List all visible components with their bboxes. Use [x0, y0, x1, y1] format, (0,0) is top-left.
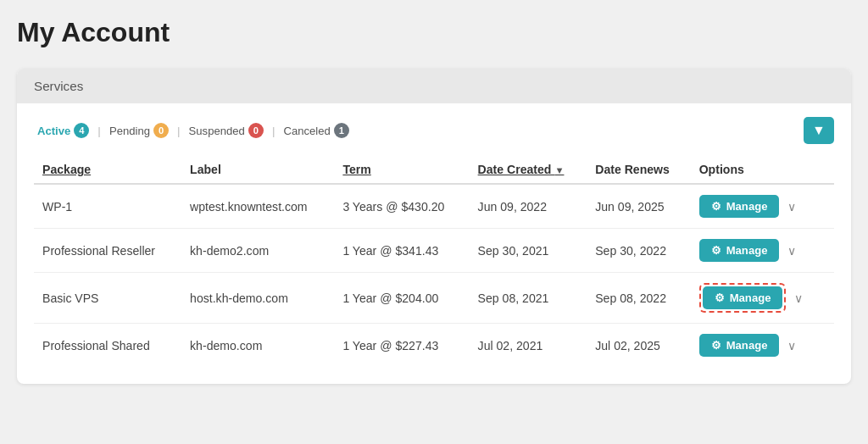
col-term[interactable]: Term: [334, 156, 469, 184]
canceled-label: Canceled: [283, 125, 330, 137]
col-package[interactable]: Package: [34, 156, 181, 184]
col-options: Options: [691, 156, 834, 184]
filter-canceled[interactable]: Canceled 1: [280, 121, 352, 140]
gear-icon: ⚙: [711, 200, 721, 213]
manage-button-0[interactable]: ⚙ Manage: [699, 195, 780, 218]
filter-pending[interactable]: Pending 0: [106, 121, 172, 140]
filter-bar: Active 4 | Pending 0 | Suspended 0 | Can…: [34, 117, 834, 144]
options-cell-2: ⚙ Manage∨: [699, 283, 826, 313]
active-label: Active: [37, 125, 70, 137]
filter-active[interactable]: Active 4: [34, 121, 92, 140]
col-date-renews: Date Renews: [587, 156, 690, 184]
cell-options-0: ⚙ Manage∨: [691, 184, 834, 229]
cell-date_renews-0: Jun 09, 2025: [587, 184, 690, 229]
col-label: Label: [181, 156, 334, 184]
cell-term-3: 1 Year @ $227.43: [334, 324, 469, 368]
cell-date_renews-2: Sep 08, 2022: [587, 273, 690, 324]
chevron-button-3[interactable]: ∨: [782, 336, 801, 356]
table-row: Professional Resellerkh-demo2.com1 Year …: [34, 229, 834, 273]
filter-suspended[interactable]: Suspended 0: [186, 121, 267, 140]
sep-1: |: [97, 125, 101, 137]
options-cell-3: ⚙ Manage∨: [699, 334, 826, 357]
filter-tabs: Active 4 | Pending 0 | Suspended 0 | Can…: [34, 121, 353, 140]
filter-icon: ▼: [812, 123, 826, 138]
sep-2: |: [177, 125, 181, 137]
cell-date_created-1: Sep 30, 2021: [470, 229, 587, 273]
active-badge: 4: [74, 123, 89, 138]
cell-options-1: ⚙ Manage∨: [691, 229, 834, 273]
cell-package-3: Professional Shared: [34, 324, 181, 368]
chevron-down-icon: ∨: [787, 339, 796, 352]
table-row: Professional Sharedkh-demo.com1 Year @ $…: [34, 324, 834, 368]
manage-highlighted-2: ⚙ Manage: [699, 283, 787, 313]
cell-label-0: wptest.knowntest.com: [181, 184, 334, 229]
suspended-badge: 0: [248, 123, 264, 138]
table-header-row: Package Label Term Date Created ▼ Date R…: [34, 156, 834, 184]
chevron-down-icon: ∨: [787, 200, 796, 214]
cell-date_renews-3: Jul 02, 2025: [587, 324, 690, 368]
cell-date_renews-1: Sep 30, 2022: [587, 229, 690, 273]
cell-date_created-2: Sep 08, 2021: [470, 273, 587, 324]
gear-icon: ⚙: [711, 339, 721, 352]
filter-button[interactable]: ▼: [804, 117, 834, 144]
pending-badge: 0: [153, 123, 169, 138]
services-table: Package Label Term Date Created ▼ Date R…: [34, 156, 834, 367]
gear-icon: ⚙: [715, 291, 725, 304]
card-header: Services: [17, 69, 851, 103]
options-cell-1: ⚙ Manage∨: [699, 239, 826, 262]
cell-label-2: host.kh-demo.com: [181, 273, 334, 324]
manage-button-1[interactable]: ⚙ Manage: [699, 239, 780, 262]
options-cell-0: ⚙ Manage∨: [699, 195, 826, 218]
table-row: Basic VPShost.kh-demo.com1 Year @ $204.0…: [34, 273, 834, 324]
gear-icon: ⚙: [711, 244, 721, 257]
pending-label: Pending: [109, 125, 150, 137]
sort-arrow: ▼: [554, 165, 564, 175]
cell-date_created-3: Jul 02, 2021: [470, 324, 587, 368]
sep-3: |: [272, 125, 275, 137]
table-row: WP-1wptest.knowntest.com3 Years @ $430.2…: [34, 184, 834, 229]
chevron-button-2[interactable]: ∨: [789, 288, 808, 308]
cell-term-2: 1 Year @ $204.00: [334, 273, 469, 324]
cell-package-2: Basic VPS: [34, 273, 181, 324]
suspended-label: Suspended: [189, 125, 245, 137]
cell-date_created-0: Jun 09, 2022: [470, 184, 587, 229]
card-body: Active 4 | Pending 0 | Suspended 0 | Can…: [17, 103, 851, 384]
chevron-down-icon: ∨: [787, 244, 796, 258]
cell-label-3: kh-demo.com: [181, 324, 334, 368]
manage-button-3[interactable]: ⚙ Manage: [699, 334, 780, 357]
canceled-badge: 1: [334, 123, 349, 138]
services-card: Services Active 4 | Pending 0 | Suspende…: [17, 69, 851, 384]
cell-package-0: WP-1: [34, 184, 181, 229]
cell-options-3: ⚙ Manage∨: [691, 324, 834, 368]
manage-button-2[interactable]: ⚙ Manage: [703, 286, 783, 309]
chevron-button-0[interactable]: ∨: [782, 197, 801, 217]
cell-package-1: Professional Reseller: [34, 229, 181, 273]
chevron-down-icon: ∨: [794, 291, 803, 305]
page-title: My Account: [17, 17, 851, 48]
cell-term-1: 1 Year @ $341.43: [334, 229, 469, 273]
col-date-created[interactable]: Date Created ▼: [470, 156, 587, 184]
cell-options-2: ⚙ Manage∨: [691, 273, 834, 324]
chevron-button-1[interactable]: ∨: [782, 241, 801, 261]
cell-label-1: kh-demo2.com: [181, 229, 334, 273]
cell-term-0: 3 Years @ $430.20: [334, 184, 469, 229]
